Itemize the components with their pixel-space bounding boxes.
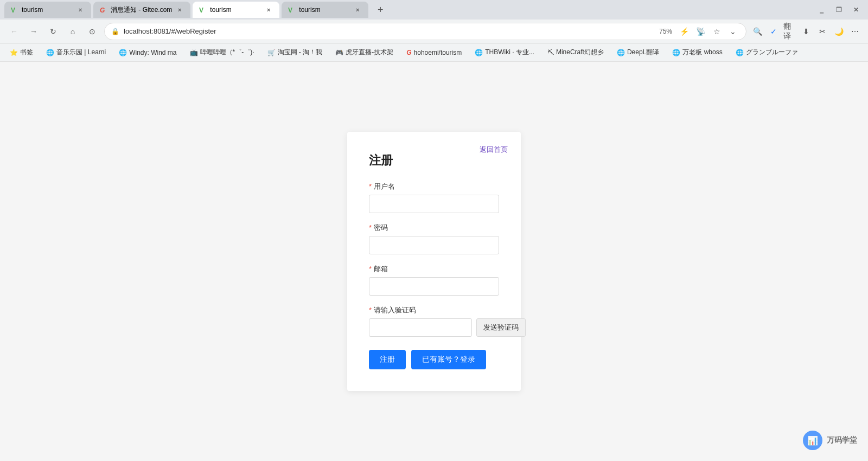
svg-text:V: V — [199, 7, 203, 14]
windy-icon: 🌐 — [119, 49, 127, 56]
new-tab-button[interactable]: + — [373, 2, 388, 17]
close-button[interactable]: ✕ — [848, 2, 864, 17]
bookmark-deepl[interactable]: 🌐 DeepL翻译 — [614, 47, 662, 58]
thbwiki-icon: 🌐 — [475, 49, 483, 56]
lightning-icon[interactable]: ⚡ — [678, 25, 691, 38]
history-button[interactable]: ⊙ — [85, 24, 100, 39]
lock-icon: 🔒 — [111, 28, 119, 35]
scissors-icon[interactable]: ✂ — [816, 25, 829, 38]
tab-close-2[interactable]: ✕ — [175, 5, 184, 14]
bookmark-thbwiki[interactable]: 🌐 THBWiki · 专业... — [471, 47, 538, 58]
bookmark-taobao[interactable]: 🛒 淘宝网 - 淘！我 — [264, 47, 326, 58]
page-content: 返回首页 注册 *用户名 *密码 *邮箱 *请输入验证码 — [0, 62, 868, 461]
download-icon[interactable]: ⬇ — [800, 25, 813, 38]
music-icon: 🌐 — [46, 49, 54, 56]
browser-chrome: V tourism ✕ G 消息通知 - Gitee.com ✕ V touri… — [0, 0, 868, 62]
search-icon[interactable]: 🔍 — [751, 25, 764, 38]
captcha-group: *请输入验证码 发送验证码 — [369, 305, 499, 337]
minimize-button[interactable]: ⎯ — [814, 2, 829, 17]
bookmarks-bar: ⭐ 书签 🌐 音乐乐园 | Learni 🌐 Windy: Wind ma 📺 … — [0, 43, 868, 62]
reload-button[interactable]: ↻ — [46, 24, 61, 39]
bilibili-icon: 📺 — [190, 49, 198, 56]
tab-favicon-3: V — [199, 6, 207, 14]
address-actions: 75% ⚡ 📡 ☆ ⌄ — [657, 25, 739, 38]
tab-favicon-4: V — [288, 6, 296, 14]
tab-tourism-1[interactable]: V tourism ✕ — [4, 2, 91, 18]
forward-button[interactable]: → — [26, 24, 41, 39]
tab-favicon-1: V — [11, 6, 18, 14]
gitee-icon: G — [406, 49, 411, 56]
username-label: *用户名 — [369, 182, 499, 191]
tab-close-1[interactable]: ✕ — [76, 5, 85, 14]
action-row: 注册 已有账号？登录 — [369, 350, 499, 369]
profile-area: 🔍 ✓ 翻译 ⬇ ✂ 🌙 ⋯ — [751, 25, 861, 38]
register-title: 注册 — [369, 152, 499, 169]
bookmark-minecraft[interactable]: ⛏ MineCraft幻想乡 — [544, 47, 607, 58]
tab-close-3[interactable]: ✕ — [264, 5, 273, 14]
tab-close-4[interactable]: ✕ — [353, 5, 362, 14]
window-controls: ⎯ ❐ ✕ — [814, 2, 864, 17]
username-input[interactable] — [369, 195, 499, 213]
star-icon[interactable]: ☆ — [710, 25, 723, 38]
svg-text:G: G — [100, 7, 105, 14]
bookmark-granblue[interactable]: 🌐 グランブルーファ — [732, 47, 801, 58]
watermark: 📊 万码学堂 — [803, 431, 857, 450]
bookmark-star[interactable]: ⭐ 书签 — [7, 47, 36, 58]
tab-title-2: 消息通知 - Gitee.com — [111, 5, 172, 15]
has-account-button[interactable]: 已有账号？登录 — [411, 350, 486, 369]
password-input[interactable] — [369, 236, 499, 254]
password-label: *密码 — [369, 223, 499, 233]
home-button[interactable]: ⌂ — [65, 24, 80, 39]
huya-icon: 🎮 — [335, 49, 343, 56]
tab-title-1: tourism — [22, 6, 73, 14]
bookmark-windy[interactable]: 🌐 Windy: Wind ma — [116, 48, 180, 57]
address-text: localhost:8081/#/webRegister — [124, 27, 653, 35]
back-button[interactable]: ← — [7, 24, 22, 39]
deepl-icon: 🌐 — [617, 49, 625, 56]
svg-text:V: V — [288, 7, 292, 14]
cast-icon[interactable]: 📡 — [694, 25, 707, 38]
star-bookmark-icon: ⭐ — [10, 49, 18, 56]
register-button[interactable]: 注册 — [369, 350, 406, 369]
username-group: *用户名 — [369, 182, 499, 213]
captcha-input[interactable] — [369, 318, 472, 337]
title-bar: V tourism ✕ G 消息通知 - Gitee.com ✕ V touri… — [0, 0, 868, 20]
address-bar: ← → ↻ ⌂ ⊙ 🔒 localhost:8081/#/webRegister… — [0, 20, 868, 43]
zoom-level[interactable]: 75% — [657, 25, 674, 38]
tab-tourism-4[interactable]: V tourism ✕ — [282, 2, 368, 18]
email-group: *邮箱 — [369, 264, 499, 296]
captcha-row: 发送验证码 — [369, 318, 499, 337]
granblue-icon: 🌐 — [736, 49, 744, 56]
back-link[interactable]: 返回首页 — [480, 145, 508, 155]
taobao-icon: 🛒 — [267, 49, 276, 56]
watermark-icon: 📊 — [803, 431, 822, 450]
address-input[interactable]: 🔒 localhost:8081/#/webRegister 75% ⚡ 📡 ☆… — [104, 23, 746, 40]
check-icon[interactable]: ✓ — [767, 25, 780, 38]
bookmark-wboss[interactable]: 🌐 万老板 wboss — [669, 47, 725, 58]
svg-text:V: V — [11, 7, 15, 14]
dropdown-icon[interactable]: ⌄ — [726, 25, 739, 38]
captcha-label: *请输入验证码 — [369, 305, 499, 315]
tab-favicon-2: G — [100, 6, 107, 14]
translate-button[interactable]: 翻译 — [783, 25, 796, 38]
tab-title-4: tourism — [299, 6, 350, 14]
bookmark-huya[interactable]: 🎮 虎牙直播-技术架 — [332, 47, 397, 58]
bookmark-music[interactable]: 🌐 音乐乐园 | Learni — [43, 47, 109, 58]
watermark-text: 万码学堂 — [827, 436, 857, 445]
email-input[interactable] — [369, 277, 499, 296]
tab-tourism-3[interactable]: V tourism ✕ — [193, 2, 279, 18]
bookmark-bilibili[interactable]: 📺 哔哩哔哩（*゜-゜)· — [187, 47, 258, 58]
maximize-button[interactable]: ❐ — [831, 2, 846, 17]
moon-icon[interactable]: 🌙 — [832, 25, 845, 38]
more-icon[interactable]: ⋯ — [848, 25, 861, 38]
password-group: *密码 — [369, 223, 499, 254]
minecraft-icon: ⛏ — [547, 49, 554, 56]
wboss-icon: 🌐 — [672, 49, 680, 56]
send-code-button[interactable]: 发送验证码 — [476, 318, 526, 337]
tab-title-3: tourism — [210, 6, 261, 14]
tab-gitee[interactable]: G 消息通知 - Gitee.com ✕ — [93, 2, 190, 18]
email-label: *邮箱 — [369, 264, 499, 274]
bookmark-gitee[interactable]: G hohoemi/tourism — [403, 48, 465, 57]
register-card: 返回首页 注册 *用户名 *密码 *邮箱 *请输入验证码 — [347, 132, 521, 391]
